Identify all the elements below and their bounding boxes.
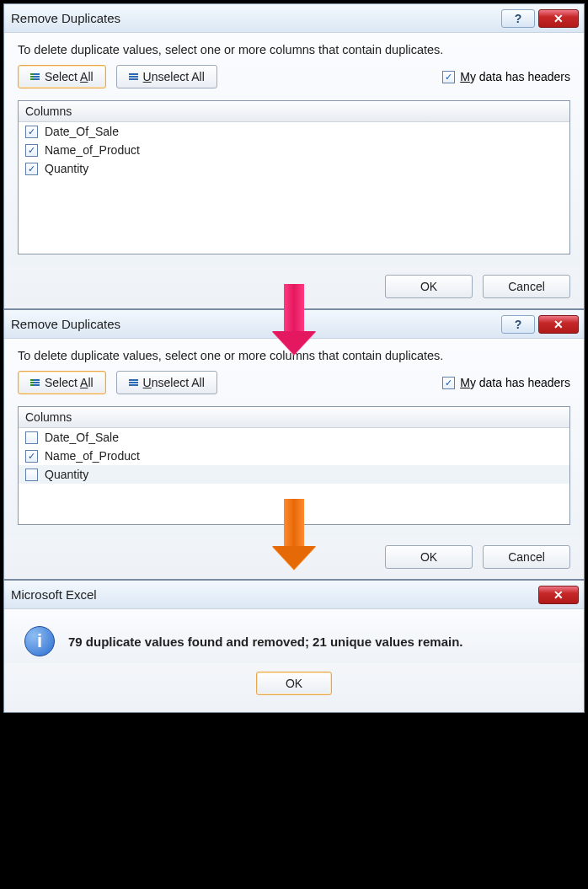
headers-checkbox-wrap[interactable]: ✓ My data has headers — [442, 376, 570, 389]
ok-button[interactable]: OK — [385, 275, 473, 298]
help-button[interactable]: ? — [501, 315, 535, 334]
column-label: Date_Of_Sale — [45, 431, 119, 444]
dialog-footer: OK — [4, 663, 584, 712]
info-icon: i — [24, 626, 55, 656]
select-all-button[interactable]: Select All — [18, 65, 106, 88]
help-button[interactable]: ? — [501, 9, 535, 28]
column-label: Quantity — [45, 468, 88, 481]
close-button[interactable]: ✕ — [538, 586, 579, 604]
result-messagebox: Microsoft Excel ✕ i 79 duplicate values … — [3, 580, 585, 713]
titlebar-controls: ✕ — [538, 586, 579, 604]
select-all-icon — [30, 379, 40, 386]
unselect-all-label: Unselect All — [143, 70, 205, 83]
columns-listbox[interactable]: Columns ✓ Date_Of_Sale ✓ Name_of_Product… — [18, 100, 570, 254]
dialog-title: Microsoft Excel — [11, 587, 97, 602]
headers-checkbox-wrap[interactable]: ✓ My data has headers — [442, 70, 570, 83]
select-all-label: Select All — [45, 70, 94, 83]
list-item[interactable]: ✓ Date_Of_Sale — [19, 122, 569, 141]
select-all-label: Select All — [45, 376, 94, 389]
arrow-down-icon — [272, 499, 316, 570]
dialog-title: Remove Duplicates — [11, 11, 120, 25]
instruction-text: To delete duplicate values, select one o… — [18, 43, 570, 56]
list-item[interactable]: ✓ Name_of_Product — [19, 141, 569, 159]
column-checkbox[interactable] — [25, 431, 38, 444]
result-message: 79 duplicate values found and removed; 2… — [68, 635, 462, 649]
close-button[interactable]: ✕ — [538, 9, 579, 28]
list-item[interactable]: ✓ Name_of_Product — [19, 447, 569, 465]
columns-header: Columns — [19, 101, 569, 122]
headers-checkbox[interactable]: ✓ — [442, 377, 455, 389]
column-checkbox[interactable] — [25, 469, 38, 481]
unselect-all-button[interactable]: Unselect All — [116, 65, 217, 88]
select-all-icon — [30, 73, 40, 80]
titlebar: Remove Duplicates ? ✕ — [4, 4, 584, 33]
column-checkbox[interactable]: ✓ — [25, 450, 38, 463]
list-item[interactable]: Date_Of_Sale — [19, 428, 569, 447]
column-label: Name_of_Product — [45, 143, 140, 157]
ok-button[interactable]: OK — [385, 545, 473, 569]
remove-duplicates-dialog-1: Remove Duplicates ? ✕ To delete duplicat… — [3, 3, 585, 309]
headers-label: My data has headers — [460, 376, 570, 389]
titlebar: Microsoft Excel ✕ — [4, 581, 584, 609]
list-item[interactable]: Quantity — [19, 465, 569, 484]
arrow-down-icon — [272, 284, 316, 355]
ok-button[interactable]: OK — [256, 672, 332, 695]
headers-checkbox[interactable]: ✓ — [442, 71, 455, 83]
titlebar-controls: ? ✕ — [501, 315, 579, 334]
column-label: Name_of_Product — [45, 449, 140, 463]
column-label: Date_Of_Sale — [45, 125, 119, 138]
column-checkbox[interactable]: ✓ — [25, 126, 38, 138]
column-checkbox[interactable]: ✓ — [25, 144, 38, 157]
unselect-all-button[interactable]: Unselect All — [116, 371, 217, 394]
listbox-filler — [19, 178, 569, 254]
list-item[interactable]: ✓ Quantity — [19, 159, 569, 178]
select-all-button[interactable]: Select All — [18, 371, 106, 394]
cancel-button[interactable]: Cancel — [483, 275, 570, 298]
columns-header: Columns — [19, 407, 569, 428]
close-button[interactable]: ✕ — [538, 315, 579, 334]
column-label: Quantity — [45, 162, 88, 175]
unselect-all-label: Unselect All — [143, 376, 205, 389]
titlebar-controls: ? ✕ — [501, 9, 579, 28]
headers-label: My data has headers — [460, 70, 570, 83]
unselect-all-icon — [129, 73, 138, 80]
unselect-all-icon — [129, 379, 138, 386]
column-checkbox[interactable]: ✓ — [25, 163, 38, 175]
cancel-button[interactable]: Cancel — [483, 545, 570, 569]
dialog-title: Remove Duplicates — [11, 317, 120, 331]
